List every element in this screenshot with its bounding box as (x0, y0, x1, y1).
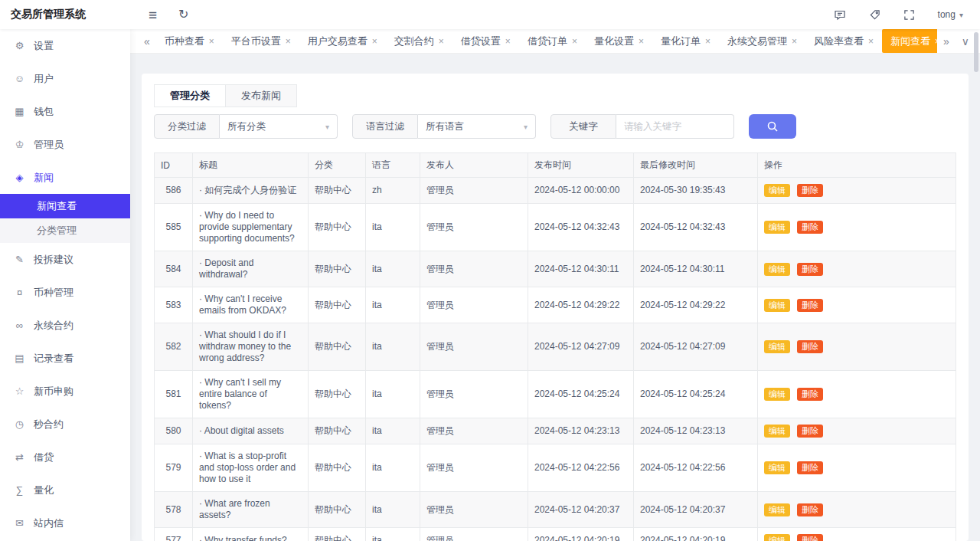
tab[interactable]: 风险率查看 × (805, 29, 882, 53)
language-filter-select[interactable]: 所有语言 ▾ (418, 114, 536, 139)
category-filter-value: 所有分类 (227, 120, 266, 133)
column-header-language: 语言 (366, 153, 420, 178)
cell-id: 586 (155, 178, 193, 204)
wallet-icon: ▦ (14, 106, 25, 117)
tab-publish-news[interactable]: 发布新闻 (226, 84, 297, 107)
content-area: 管理分类 发布新闻 分类过滤 所有分类 ▾ 语言过滤 所有语言 (130, 54, 980, 541)
tab-manage-category[interactable]: 管理分类 (154, 84, 226, 107)
menu-toggle-icon[interactable]: ≡ (149, 8, 157, 22)
sidebar-item-perpetual-contract[interactable]: ∞ 永续合约 (0, 309, 130, 342)
close-icon[interactable]: × (505, 36, 511, 47)
sidebar-item-loan[interactable]: ⇄ 借贷 (0, 441, 130, 474)
close-icon[interactable]: × (705, 36, 710, 47)
cell-publish-time: 2024-05-12 04:29:22 (528, 287, 634, 323)
sidebar-item-settings[interactable]: ⚙ 设置 (0, 29, 130, 62)
tab[interactable]: 量化订单 × (652, 29, 719, 53)
cell-modify-time: 2024-05-12 04:23:13 (634, 418, 758, 444)
tab[interactable]: 新闻查看 × (882, 29, 937, 53)
tab[interactable]: 平台币设置 × (223, 29, 299, 53)
tabs-menu-icon[interactable]: ∨ (956, 35, 975, 48)
fullscreen-icon[interactable] (903, 9, 915, 21)
delete-button[interactable]: 删除 (797, 340, 823, 353)
delete-button[interactable]: 删除 (797, 221, 823, 234)
tab[interactable]: 币种查看 × (156, 29, 223, 53)
keyword-input[interactable] (616, 114, 734, 139)
sidebar-item-site-mail[interactable]: ✉ 站内信 (0, 507, 130, 539)
search-button[interactable] (749, 114, 796, 139)
edit-button[interactable]: 编辑 (764, 184, 790, 197)
sidebar-item-news[interactable]: ◈ 新闻 (0, 161, 130, 194)
user-icon: ☺ (14, 73, 25, 84)
tabs-scroll-right-icon[interactable]: » (937, 35, 956, 48)
sidebar-subitem-category-management[interactable]: 分类管理 (0, 218, 130, 243)
edit-button[interactable]: 编辑 (764, 221, 790, 234)
tab-list: 币种查看 × 平台币设置 × 用户交易查看 × 交割合约 (156, 29, 937, 53)
chevron-down-icon: ▾ (325, 123, 329, 131)
close-icon[interactable]: × (372, 36, 377, 47)
sidebar-item-new-coin[interactable]: ☆ 新币申购 (0, 375, 130, 408)
edit-button[interactable]: 编辑 (764, 263, 790, 276)
close-icon[interactable]: × (868, 36, 874, 47)
tab[interactable]: 量化设置 × (586, 29, 652, 53)
close-icon[interactable]: × (439, 36, 444, 47)
cell-id: 585 (155, 204, 193, 251)
delete-button[interactable]: 删除 (797, 263, 823, 276)
records-icon: ▤ (14, 352, 25, 364)
delete-button[interactable]: 删除 (797, 184, 823, 197)
scrollbar-thumb[interactable] (974, 32, 978, 72)
delete-button[interactable]: 删除 (797, 534, 823, 541)
tab[interactable]: 用户交易查看 × (299, 29, 386, 53)
tab[interactable]: 借贷订单 × (519, 29, 586, 53)
tab[interactable]: 借贷设置 × (452, 29, 519, 53)
cell-category: 帮助中心 (309, 371, 366, 418)
sidebar-subitem-news-view[interactable]: 新闻查看 (0, 194, 130, 218)
refresh-icon[interactable]: ↻ (178, 8, 188, 21)
seconds-icon: ◷ (14, 418, 25, 430)
edit-button[interactable]: 编辑 (764, 425, 790, 438)
cell-category: 帮助中心 (309, 444, 366, 492)
sidebar-item-wallet[interactable]: ▦ 钱包 (0, 95, 130, 128)
edit-button[interactable]: 编辑 (764, 299, 790, 312)
category-filter-select[interactable]: 所有分类 ▾ (220, 114, 338, 139)
tabs-scroll-left-icon[interactable]: « (138, 35, 156, 48)
quant-icon: ∑ (14, 484, 25, 496)
edit-button[interactable]: 编辑 (764, 340, 790, 353)
message-icon[interactable] (834, 8, 846, 21)
column-header-id: ID (155, 153, 193, 178)
sidebar-item-feedback[interactable]: ✎ 投拆建议 (0, 243, 130, 276)
close-icon[interactable]: × (209, 36, 214, 47)
cell-language: ita (366, 251, 420, 287)
close-icon[interactable]: × (286, 36, 291, 47)
tag-icon[interactable] (869, 9, 880, 21)
cell-title: · 如何完成个人身份验证 (193, 178, 309, 204)
cell-title: · Why can't I receive emails from OKDAX? (193, 287, 309, 323)
edit-button[interactable]: 编辑 (764, 388, 790, 401)
coin-icon: ¤ (14, 287, 25, 298)
delete-button[interactable]: 删除 (797, 461, 823, 474)
table-row: 586 · 如何完成个人身份验证 帮助中心 zh 管理员 2024-05-12 … (155, 178, 956, 204)
delete-button[interactable]: 删除 (797, 503, 823, 516)
table-row: 579 · What is a stop-profit and stop-los… (155, 444, 956, 492)
delete-button[interactable]: 删除 (797, 388, 823, 401)
sidebar-item-coin-management[interactable]: ¤ 币种管理 (0, 276, 130, 309)
sidebar-item-users[interactable]: ☺ 用户 (0, 62, 130, 95)
close-icon[interactable]: × (792, 36, 797, 47)
table-row: 584 · Deposit and withdrawal? 帮助中心 ita 管… (155, 251, 956, 287)
sidebar-item-quant[interactable]: ∑ 量化 (0, 474, 130, 507)
sidebar-item-records[interactable]: ▤ 记录查看 (0, 342, 130, 375)
edit-button[interactable]: 编辑 (764, 503, 790, 516)
tab[interactable]: 交割合约 × (386, 29, 452, 53)
sidebar-item-seconds-contract[interactable]: ◷ 秒合约 (0, 408, 130, 441)
tab[interactable]: 永续交易管理 × (719, 29, 805, 53)
loan-icon: ⇄ (14, 451, 25, 463)
sidebar-item-admin[interactable]: ♔ 管理员 (0, 128, 130, 161)
close-icon[interactable]: × (572, 36, 577, 47)
delete-button[interactable]: 删除 (797, 425, 823, 438)
close-icon[interactable]: × (639, 36, 644, 47)
edit-button[interactable]: 编辑 (764, 534, 790, 541)
user-menu[interactable]: tong ▾ (938, 9, 963, 20)
cell-modify-time: 2024-05-12 04:22:56 (634, 444, 758, 492)
delete-button[interactable]: 删除 (797, 299, 823, 312)
cell-publish-time: 2024-05-12 04:32:43 (528, 204, 634, 251)
edit-button[interactable]: 编辑 (764, 461, 790, 474)
